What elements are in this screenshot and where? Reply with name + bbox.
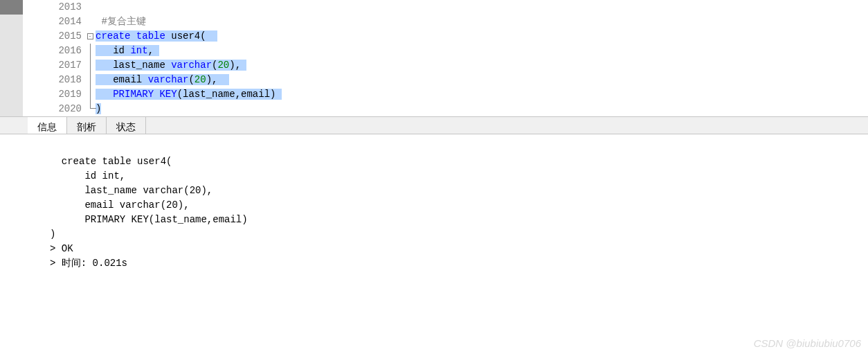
- code-token: email: [96, 74, 148, 85]
- code-token: ): [96, 103, 101, 114]
- line-number: 2018: [46, 73, 84, 87]
- code-token: [275, 89, 281, 100]
- code-content[interactable]: last_name varchar(20),: [96, 58, 868, 73]
- code-token: (last_name,email): [177, 89, 276, 100]
- fold-end-icon: [90, 102, 96, 109]
- code-token: user4(: [165, 30, 206, 42]
- line-margin: [0, 15, 23, 29]
- fold-gutter: [84, 44, 96, 58]
- code-content[interactable]: PRIMARY KEY(last_name,email): [96, 87, 868, 102]
- code-content[interactable]: create table user4(: [96, 29, 868, 44]
- fold-line-icon: [90, 73, 91, 87]
- code-line[interactable]: 2019 PRIMARY KEY(last_name,email): [0, 87, 868, 102]
- code-editor[interactable]: 20132014 #复合主键2015-create table user4( 2…: [0, 0, 868, 116]
- code-token: [241, 60, 246, 71]
- fold-line-icon: [90, 58, 91, 73]
- marker-column: [23, 58, 46, 73]
- code-token: KEY: [159, 89, 177, 100]
- marker-column: [23, 102, 46, 116]
- fold-gutter: [84, 102, 96, 116]
- code-token: varchar: [171, 60, 212, 71]
- code-token: (: [188, 74, 194, 85]
- code-line[interactable]: 2018 email varchar(20),: [0, 73, 868, 87]
- line-number: 2014: [46, 15, 84, 29]
- fold-gutter: [84, 87, 96, 102]
- code-token: 20: [195, 74, 206, 85]
- code-line[interactable]: 2013: [0, 0, 868, 15]
- line-number: 2017: [46, 58, 84, 73]
- code-token: varchar: [148, 74, 189, 85]
- code-line[interactable]: 2017 last_name varchar(20),: [0, 58, 868, 73]
- fold-gutter: [84, 0, 96, 15]
- marker-column: [23, 44, 46, 58]
- code-token: id: [96, 45, 130, 56]
- code-token: [130, 30, 136, 42]
- line-margin: [0, 58, 23, 73]
- line-number: 2016: [46, 44, 84, 58]
- code-content[interactable]: [96, 0, 868, 15]
- code-token: 20: [217, 60, 229, 71]
- line-margin: [0, 73, 23, 87]
- line-margin: [0, 87, 23, 102]
- fold-gutter: [84, 15, 96, 29]
- code-token: create: [96, 30, 130, 42]
- output-text: create table user4( id int, last_name va…: [50, 156, 253, 269]
- line-margin: [0, 44, 23, 58]
- code-line[interactable]: 2016 id int,: [0, 44, 868, 58]
- code-token: PRIMARY: [113, 89, 154, 100]
- code-token: [206, 30, 218, 42]
- code-content[interactable]: id int,: [96, 44, 868, 58]
- marker-column: [23, 29, 46, 44]
- marker-column: [23, 87, 46, 102]
- code-content[interactable]: ): [96, 102, 868, 116]
- fold-line-icon: [90, 44, 91, 58]
- code-token: int: [130, 45, 147, 56]
- code-line[interactable]: 2014 #复合主键: [0, 15, 868, 29]
- fold-gutter[interactable]: -: [84, 29, 96, 44]
- fold-gutter: [84, 73, 96, 87]
- output-tabs: 信息剖析状态: [0, 116, 868, 134]
- line-margin: [0, 102, 23, 116]
- code-line[interactable]: 2020): [0, 102, 868, 116]
- output-panel: create table user4( id int, last_name va…: [0, 134, 868, 271]
- marker-column: [23, 73, 46, 87]
- line-number: 2013: [46, 0, 84, 15]
- code-token: [96, 89, 113, 100]
- code-token: ),: [229, 60, 241, 71]
- code-line[interactable]: 2015-create table user4(: [0, 29, 868, 44]
- code-token: table: [136, 30, 165, 42]
- tab-信息[interactable]: 信息: [28, 117, 67, 134]
- code-token: ,: [148, 45, 154, 56]
- code-content[interactable]: email varchar(20),: [96, 73, 868, 87]
- fold-gutter: [84, 58, 96, 73]
- line-number: 2019: [46, 87, 84, 102]
- code-token: [154, 45, 159, 56]
- marker-column: [23, 0, 46, 15]
- line-number: 2015: [46, 29, 84, 44]
- line-number: 2020: [46, 102, 84, 116]
- fold-line-icon: [90, 87, 91, 102]
- code-token: last_name: [96, 60, 171, 71]
- code-token: #复合主键: [101, 16, 145, 27]
- tab-剖析[interactable]: 剖析: [67, 117, 107, 134]
- line-margin: [0, 29, 23, 44]
- line-margin: [0, 0, 23, 15]
- code-content[interactable]: #复合主键: [96, 15, 868, 29]
- code-token: [217, 74, 229, 85]
- watermark: CSDN @biubiubiu0706: [754, 337, 861, 349]
- fold-minus-icon[interactable]: -: [87, 33, 93, 39]
- marker-column: [23, 15, 46, 29]
- tab-状态[interactable]: 状态: [107, 117, 146, 134]
- code-token: ),: [206, 74, 218, 85]
